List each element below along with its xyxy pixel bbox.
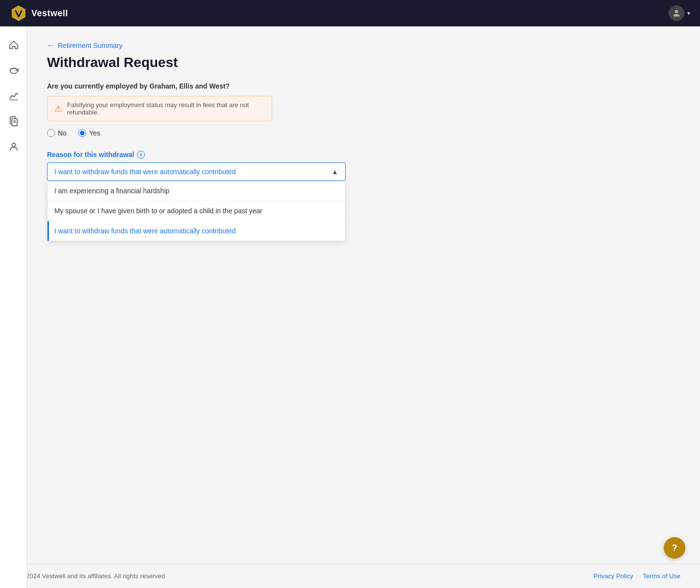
sidebar — [0, 26, 27, 588]
performance-icon — [8, 90, 19, 101]
svg-point-0 — [675, 10, 678, 13]
main-content: ← Retirement Summary Withdrawal Request … — [27, 26, 700, 588]
savings-icon — [8, 65, 19, 76]
topbar: Vestwell ▾ — [0, 0, 700, 26]
sidebar-item-home[interactable] — [3, 34, 24, 56]
avatar-svg — [672, 8, 681, 18]
employment-question: Are you currently employed by Graham, El… — [47, 82, 680, 90]
employment-warning: ⚠ Falsifying your employment status may … — [47, 96, 272, 121]
reason-selected-text: I want to withdraw funds that were autom… — [54, 168, 235, 176]
dropdown-arrow-up-icon: ▲ — [331, 168, 338, 176]
sidebar-item-savings[interactable] — [3, 60, 24, 81]
user-menu[interactable]: ▾ — [669, 5, 690, 21]
reason-label-text: Reason for this withdrawal — [47, 151, 134, 158]
user-menu-chevron: ▾ — [687, 10, 690, 17]
dropdown-option-child-text: My spouse or I have given birth to or ad… — [54, 207, 262, 215]
warning-icon: ⚠ — [54, 103, 62, 114]
radio-yes[interactable] — [78, 129, 86, 137]
user-avatar-icon — [669, 5, 684, 21]
documents-icon — [8, 116, 19, 127]
sidebar-item-documents[interactable] — [3, 111, 24, 132]
help-icon: ? — [672, 543, 677, 553]
svg-point-2 — [14, 70, 15, 71]
dropdown-option-child[interactable]: My spouse or I have given birth to or ad… — [47, 201, 345, 221]
profile-icon — [8, 141, 19, 152]
dropdown-option-auto-text: I want to withdraw funds that were autom… — [54, 227, 235, 235]
layout: ← Retirement Summary Withdrawal Request … — [0, 0, 700, 588]
brand-name: Vestwell — [31, 8, 68, 19]
radio-yes-text: Yes — [89, 129, 100, 137]
privacy-policy-link[interactable]: Privacy Policy — [594, 572, 633, 580]
logo-container[interactable]: Vestwell — [10, 4, 68, 22]
radio-no[interactable] — [47, 129, 55, 137]
sidebar-item-performance[interactable] — [3, 85, 24, 107]
breadcrumb-text: Retirement Summary — [58, 42, 122, 49]
svg-point-11 — [12, 143, 15, 147]
back-arrow-icon: ← — [47, 41, 55, 50]
dropdown-option-hardship-text: I am experiencing a financial hardship — [54, 187, 169, 195]
reason-section-label: Reason for this withdrawal i — [47, 151, 680, 158]
vestwell-logo-icon — [10, 4, 27, 22]
reason-dropdown-selected[interactable]: I want to withdraw funds that were autom… — [47, 162, 346, 181]
terms-of-use-link[interactable]: Terms of Use — [643, 572, 680, 580]
home-icon — [8, 40, 19, 50]
dropdown-option-hardship[interactable]: I am experiencing a financial hardship — [47, 181, 345, 201]
footer: © 2024 Vestwell and its affiliates. All … — [0, 564, 700, 588]
help-button[interactable]: ? — [664, 537, 685, 559]
footer-copyright: © 2024 Vestwell and its affiliates. All … — [20, 572, 584, 580]
reason-info-icon[interactable]: i — [137, 151, 145, 158]
breadcrumb[interactable]: ← Retirement Summary — [47, 41, 680, 50]
reason-dropdown-container: I want to withdraw funds that were autom… — [47, 162, 346, 181]
warning-text: Falsifying your employment status may re… — [67, 101, 265, 116]
radio-no-label[interactable]: No — [47, 129, 67, 137]
radio-no-text: No — [58, 129, 67, 137]
employment-radio-group: No Yes — [47, 129, 680, 137]
radio-yes-label[interactable]: Yes — [78, 129, 100, 137]
page-title: Withdrawal Request — [47, 55, 680, 70]
sidebar-item-profile[interactable] — [3, 136, 24, 158]
reason-dropdown-menu: I am experiencing a financial hardship M… — [47, 181, 346, 241]
dropdown-option-auto[interactable]: I want to withdraw funds that were autom… — [47, 221, 345, 241]
